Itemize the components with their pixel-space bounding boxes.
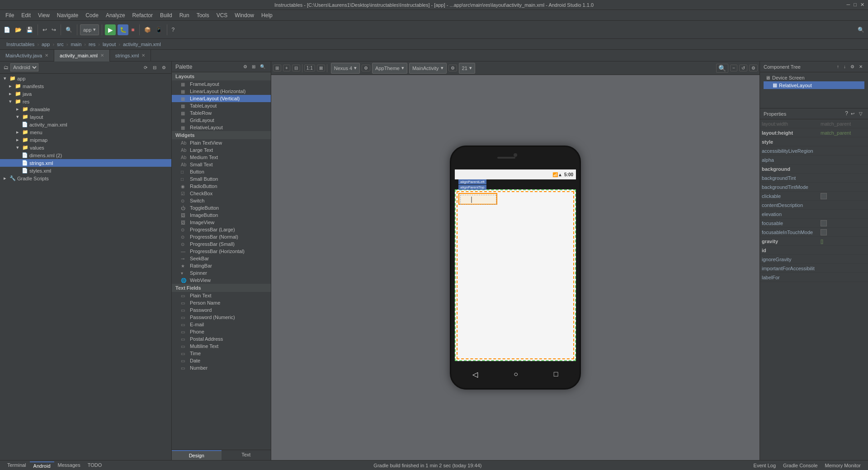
zoom-normal-btn[interactable]: 1:1 [304,65,315,71]
close-strings-icon[interactable]: ✕ [142,53,145,58]
palette-item-progressbar-small[interactable]: ⊙ ProgressBar (Small) [172,240,271,248]
open-btn[interactable]: 📂 [13,26,24,34]
prop-checkbox-focusable[interactable] [821,220,827,226]
palette-item-progressbar-large[interactable]: ⊙ ProgressBar (Large) [172,226,271,233]
activity-dropdown[interactable]: MainActivity ▾ [409,63,447,74]
palette-item-framelayout[interactable]: ▦ FrameLayout [172,80,271,88]
prop-checkbox-clickable[interactable] [821,193,827,199]
android-tab[interactable]: Android [30,461,54,470]
event-log-tab[interactable]: Event Log [750,462,780,469]
tab-strings-xml[interactable]: strings.xml ✕ [110,50,151,61]
palette-item-linearlayout-h[interactable]: ▦ LinearLayout (Horizontal) [172,88,271,95]
palette-item-radiobutton[interactable]: ◉ RadioButton [172,183,271,190]
tree-btn-1[interactable]: ↑ [835,63,841,70]
nav-item-layout[interactable]: layout [100,41,118,48]
palette-item-switch[interactable]: ⊙ Switch [172,197,271,204]
menu-refactor[interactable]: Refactor [129,11,156,19]
menu-build[interactable]: Build [156,11,176,19]
new-btn[interactable]: 📄 [2,26,12,34]
palette-item-webview[interactable]: 🌐 WebView [172,277,271,284]
canvas-btn-1[interactable]: ⊞ [273,65,281,71]
close-btn[interactable]: ✕ [860,2,864,8]
back-btn[interactable]: ◁ [472,370,478,379]
palette-item-tablelayout[interactable]: ▦ TableLayout [172,102,271,109]
palette-item-small-button[interactable]: □ Small Button [172,175,271,183]
tree-item-mipmap[interactable]: ▸ 📁 mipmap [0,136,171,144]
save-btn[interactable]: 💾 [24,26,35,34]
palette-expand-btn[interactable]: ⊞ [250,63,257,70]
project-collapse-btn[interactable]: ⊟ [151,64,158,71]
palette-item-time[interactable]: ▭ Time [172,350,271,357]
project-settings-btn[interactable]: ⚙ [160,64,168,71]
menu-run[interactable]: Run [176,11,193,19]
palette-item-email[interactable]: ▭ E-mail [172,321,271,328]
tab-activity-main-xml[interactable]: activity_main.xml ✕ [54,50,110,61]
palette-item-postal[interactable]: ▭ Postal Address [172,335,271,343]
palette-item-imagebutton[interactable]: 🖼 ImageButton [172,212,271,219]
palette-item-number[interactable]: ▭ Number [172,364,271,371]
project-type-dropdown[interactable]: Android [10,63,38,71]
tree-item-app[interactable]: ▾ 📁 app [0,75,171,82]
palette-tab-text[interactable]: Text [222,450,271,460]
menu-view[interactable]: View [34,11,53,19]
tree-btn-2[interactable]: ↓ [842,63,848,70]
nav-item-instructables[interactable]: Instructables [4,41,37,48]
prop-checkbox-focusable-touch[interactable] [821,229,827,235]
canvas-settings-btn[interactable]: ⚙ [749,65,758,71]
nav-item-src[interactable]: src [54,41,66,48]
zoom-fit-btn[interactable]: ⊠ [317,65,325,71]
menu-file[interactable]: File [2,11,18,19]
palette-item-checkbox[interactable]: ☑ CheckBox [172,190,271,197]
palette-section-widgets[interactable]: Widgets [172,131,271,139]
tree-item-manifests[interactable]: ▸ 📁 manifests [0,82,171,90]
palette-tab-design[interactable]: Design [172,450,222,460]
gradle-console-tab[interactable]: Gradle Console [779,462,821,469]
palette-search-btn[interactable]: 🔍 [258,63,267,70]
tree-item-activity-main[interactable]: 📄 activity_main.xml [0,121,171,128]
tree-item-res[interactable]: ▾ 📁 res [0,98,171,105]
palette-item-relativelayout[interactable]: ▦ RelativeLayout [172,124,271,131]
tree-item-drawable[interactable]: ▸ 📁 drawable [0,105,171,113]
search-everywhere-btn[interactable]: 🔍 [856,26,866,34]
debug-button[interactable]: 🐛 [118,24,128,35]
tree-item-values[interactable]: ▾ 📁 values [0,144,171,151]
device-dropdown[interactable]: Nexus 4 ▾ [331,63,360,74]
home-btn[interactable]: ○ [514,370,518,378]
tree-item-layout[interactable]: ▾ 📁 layout [0,113,171,121]
menu-navigate[interactable]: Navigate [53,11,82,19]
palette-item-password[interactable]: ▭ Password [172,306,271,314]
run-button[interactable]: ▶ [105,24,116,35]
stop-btn[interactable]: ■ [129,26,136,34]
palette-item-gridlayout[interactable]: ▦ GridLayout [172,117,271,124]
close-activity-main-icon[interactable]: ✕ [100,53,104,58]
palette-item-spinner[interactable]: ▾ Spinner [172,269,271,277]
nav-item-app[interactable]: app [39,41,52,48]
recent-btn[interactable]: □ [554,370,558,378]
component-relativelayout[interactable]: ▦ RelativeLayout [764,81,864,89]
nav-item-activity[interactable]: activity_main.xml [120,41,164,48]
redo-btn[interactable]: ↪ [50,26,58,34]
palette-item-phone[interactable]: ▭ Phone [172,328,271,335]
palette-item-multiline[interactable]: ▭ Multiline Text [172,343,271,350]
menu-vcs[interactable]: VCS [213,11,231,19]
tree-btn-4[interactable]: ✕ [857,63,864,70]
terminal-tab[interactable]: Terminal [4,461,30,470]
palette-item-linearlayout-v[interactable]: ▦ LinearLayout (Vertical) [172,95,271,102]
minimize-btn[interactable]: ─ [847,2,850,8]
nav-item-main[interactable]: main [68,41,84,48]
props-filter-btn[interactable]: ▽ [857,110,864,117]
menu-tools[interactable]: Tools [193,11,213,19]
palette-item-large-text[interactable]: Ab Large Text [172,146,271,154]
maximize-btn[interactable]: □ [854,2,857,8]
palette-item-password-numeric[interactable]: ▭ Password (Numeric) [172,314,271,321]
palette-item-date[interactable]: ▭ Date [172,357,271,364]
palette-item-plain-text[interactable]: ▭ Plain Text [172,292,271,299]
tab-main-activity[interactable]: MainActivity.java ✕ [0,50,54,61]
refresh-btn[interactable]: ↺ [739,65,747,71]
close-main-activity-icon[interactable]: ✕ [45,53,48,58]
find-btn[interactable]: 🔍 [64,26,74,34]
selected-widget[interactable] [458,193,497,205]
tree-item-dimens[interactable]: 📄 dimens.xml (2) [0,151,171,159]
palette-settings-btn[interactable]: ⚙ [241,63,249,70]
todo-tab[interactable]: TODO [84,461,106,470]
